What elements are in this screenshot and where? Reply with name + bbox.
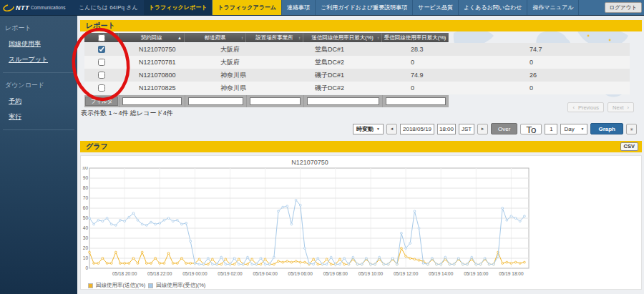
rx-max: 26 — [507, 69, 630, 82]
circuit-id: N121070825 — [119, 82, 199, 94]
tab-service-quality[interactable]: サービス品質 — [413, 0, 459, 15]
select-all-cell — [84, 33, 119, 42]
sidebar: レポート 回線使用率 スループット ダウンロード 予約 実行 — [0, 16, 77, 294]
sort-ascending-icon[interactable]: ▲ — [177, 36, 182, 40]
legend-swatch-tx — [88, 283, 93, 288]
svg-text:05/19 10:00: 05/19 10:00 — [358, 271, 384, 276]
svg-text:60: 60 — [83, 205, 89, 210]
table-row: N121070750 大阪府 堂島DC#1 28.3 74.7 — [84, 43, 630, 56]
svg-text:80: 80 — [83, 185, 89, 190]
svg-text:20: 20 — [83, 245, 89, 250]
time-input[interactable]: 18:00 — [437, 124, 456, 134]
legend-swatch-rx — [148, 283, 153, 288]
logout-button[interactable]: ログアウト — [605, 2, 642, 13]
rx-max: 0 — [507, 82, 630, 94]
period-mode-select[interactable]: 時変動 ▼ — [353, 124, 384, 134]
prefecture: 神奈川県 — [199, 82, 293, 94]
tx-max: 28.3 — [386, 43, 507, 56]
legend-label-tx: 回線使用率(送信)(%) — [96, 282, 145, 289]
main-content: レポート 契約回線 ▲ 都道府県 ↕ 設置場所事業所 ↕ 送信回線使用率日最大(… — [77, 16, 644, 294]
select-all-checkbox[interactable] — [98, 34, 105, 41]
sort-icon[interactable]: ↕ — [444, 36, 446, 40]
sort-icon[interactable]: ↕ — [298, 36, 301, 40]
sidebar-item-execute[interactable]: 実行 — [0, 107, 77, 123]
top-navigation-bar: NTT Communications こんにちは 64IPq さん トラフィック… — [0, 0, 644, 16]
traffic-report-app: NTT Communications こんにちは 64IPq さん トラフィック… — [0, 0, 644, 294]
svg-text:40: 40 — [83, 225, 89, 230]
next-page-button[interactable]: Next › — [608, 102, 634, 112]
csv-button[interactable]: CSV — [620, 142, 638, 151]
tab-user-guide[interactable]: ご利用ガイドおよび重要説明事項 — [316, 0, 413, 15]
circuit-id: N121070781 — [119, 56, 199, 69]
tx-max: 0 — [386, 82, 507, 94]
previous-page-button[interactable]: ‹ Previous — [567, 102, 604, 112]
svg-text:100: 100 — [82, 167, 88, 170]
graph-panel: N121070750 010203040506070809010005/18 2… — [80, 155, 642, 290]
traffic-line-chart: 010203040506070809010005/18 20:0005/18 2… — [82, 167, 537, 281]
tab-manual[interactable]: 操作マニュアル — [527, 0, 579, 15]
span-unit-select[interactable]: Day ▼ — [560, 124, 587, 134]
svg-text:90: 90 — [83, 175, 89, 180]
site: 磯子DC#1 — [293, 69, 386, 82]
svg-text:50: 50 — [83, 215, 89, 220]
over-button[interactable]: Over — [491, 123, 517, 134]
filter-row: フィルタ — [84, 95, 449, 107]
svg-text:10: 10 — [83, 255, 89, 260]
graph-button[interactable]: Graph — [590, 123, 623, 134]
sort-icon[interactable]: ↕ — [241, 36, 243, 40]
date-forward-button[interactable]: ▸ — [477, 124, 488, 134]
svg-text:05/19 00:00: 05/19 00:00 — [182, 271, 208, 276]
prefecture: 神奈川県 — [199, 69, 293, 82]
pagination: ‹ Previous Next › — [567, 102, 634, 112]
circuit-id: N121070750 — [119, 43, 199, 56]
row-checkbox[interactable] — [98, 59, 105, 66]
rx-max: 0 — [507, 56, 630, 69]
sidebar-item-reserve[interactable]: 予約 — [0, 92, 77, 107]
user-greeting: こんにちは 64IPq さん — [77, 0, 144, 15]
date-back-button[interactable]: ◂ — [386, 124, 397, 134]
row-checkbox[interactable] — [98, 84, 105, 92]
filter-input-rx[interactable] — [386, 97, 446, 105]
site: 磯子DC#2 — [293, 82, 386, 94]
tab-notices[interactable]: 連絡事項 — [282, 0, 316, 15]
filter-input-site[interactable] — [250, 97, 301, 105]
next-arrow-icon: › — [628, 104, 630, 111]
logo-swoosh-icon — [3, 3, 14, 13]
brand-sub: Communications — [31, 5, 65, 10]
to-button[interactable]: To — [520, 124, 542, 134]
timezone-label: JST — [459, 124, 474, 134]
column-header-prefecture[interactable]: 都道府県 ↕ — [185, 33, 246, 42]
tab-faq[interactable]: よくあるお問い合わせ — [459, 0, 528, 15]
table-row: N121070825 神奈川県 磯子DC#2 0 0 — [84, 82, 630, 94]
column-header-tx-max[interactable]: 送信回線使用率日最大(%) ↕ — [303, 33, 382, 42]
row-checkbox[interactable] — [98, 46, 105, 53]
column-header-site[interactable]: 設置場所事業所 ↕ — [246, 33, 303, 42]
tab-traffic-report[interactable]: トラフィックレポート — [144, 0, 213, 15]
tab-traffic-alarm[interactable]: トラフィックアラーム — [213, 0, 282, 15]
filter-input-circuit[interactable] — [122, 97, 182, 105]
span-value-input[interactable]: 1 — [545, 124, 557, 134]
sidebar-divider — [3, 129, 74, 130]
filter-input-tx[interactable] — [307, 97, 379, 105]
svg-text:05/19 18:00: 05/19 18:00 — [499, 271, 524, 276]
sort-icon[interactable]: ↕ — [377, 36, 379, 40]
svg-text:05/19 12:00: 05/19 12:00 — [394, 271, 419, 276]
chart-title: N121070750 — [81, 159, 539, 166]
time-range-controls: 時変動 ▼ ◂ 2018/05/19 18:00 JST ▸ Over To 1… — [353, 123, 637, 134]
brand-name: NTT — [16, 4, 29, 11]
rx-max: 74.7 — [507, 43, 630, 56]
sidebar-section-download: ダウンロード — [0, 73, 77, 92]
sidebar-item-line-usage[interactable]: 回線使用率 — [0, 34, 77, 50]
prefecture: 大阪府 — [199, 43, 293, 56]
filter-input-prefecture[interactable] — [188, 97, 243, 105]
graph-section-header: グラフ CSV — [80, 141, 642, 152]
column-header-rx-max[interactable]: 受信回線使用率日最大(%) ↕ — [382, 33, 449, 42]
svg-text:05/18 22:00: 05/18 22:00 — [147, 271, 172, 276]
date-input[interactable]: 2018/05/19 — [400, 124, 434, 134]
options-button[interactable]: ✳ — [626, 124, 637, 134]
svg-text:05/19 08:00: 05/19 08:00 — [323, 271, 348, 276]
svg-text:05/19 14:00: 05/19 14:00 — [429, 271, 454, 276]
sidebar-item-throughput[interactable]: スループット — [0, 50, 77, 66]
row-checkbox[interactable] — [98, 72, 105, 79]
column-header-circuit[interactable]: 契約回線 ▲ — [119, 33, 185, 42]
